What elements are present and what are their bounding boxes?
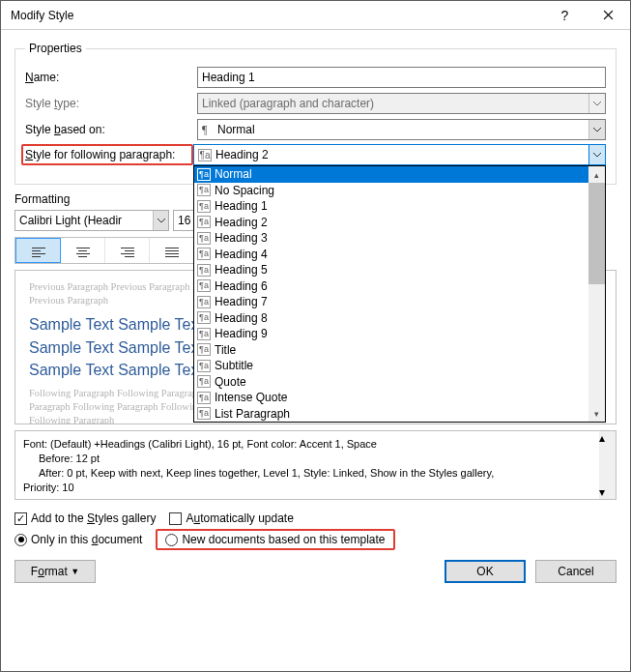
dropdown-item[interactable]: ¶aHeading 4 [194,247,588,263]
formatting-legend: Formatting [14,192,70,206]
para-style-icon: ¶a [197,375,211,388]
para-style-icon: ¶a [197,168,211,181]
dropdown-item[interactable]: ¶aHeading 3 [194,230,588,247]
desc-line: Font: (Default) +Headings (Calibri Light… [23,437,591,452]
para-style-icon: ¶a [197,343,211,356]
checkbox-icon [169,512,182,525]
titlebar: Modify Style ? [1,1,630,30]
properties-group: Properties Name: Heading 1 Style type: L… [14,42,617,185]
style-based-on-combo[interactable]: ¶ Normal [197,119,606,140]
para-style-icon: ¶a [198,149,212,161]
align-justify-button[interactable] [150,238,193,263]
auto-update-checkbox[interactable]: Automatically update [169,511,293,525]
format-button[interactable]: Format ▼ [14,560,96,583]
alignment-toolbar [14,237,194,264]
dropdown-item[interactable]: ¶aNormal [194,166,588,183]
style-description: Font: (Default) +Headings (Calibri Light… [14,430,617,500]
scrollbar[interactable]: ▴ ▾ [588,166,605,422]
align-justify-icon [165,246,179,255]
desc-line: Before: 12 pt [23,452,591,466]
checkbox-icon [14,512,27,525]
cancel-button[interactable]: Cancel [535,560,617,583]
para-style-icon: ¶a [197,407,211,420]
name-input[interactable]: Heading 1 [197,67,606,88]
para-style-icon: ¶a [197,279,211,292]
only-in-document-radio[interactable]: Only in this document [14,533,142,546]
dropdown-item[interactable]: ¶aHeading 8 [194,310,588,327]
new-documents-radio[interactable]: New documents based on this template [165,533,385,546]
scrollbar-thumb[interactable] [588,183,605,284]
add-to-gallery-checkbox[interactable]: Add to the Styles gallery [14,511,156,525]
dropdown-item[interactable]: ¶aHeading 5 [194,262,588,278]
align-left-icon [32,246,45,255]
style-type-combo: Linked (paragraph and character) [197,93,606,114]
dropdown-item[interactable]: ¶aHeading 6 [194,278,588,295]
style-based-on-label: Style based on: [25,123,197,136]
para-style-icon: ¶a [197,216,211,228]
help-button[interactable]: ? [543,1,587,30]
pilcrow-icon: ¶ [202,123,214,137]
radio-icon [165,534,178,546]
align-left-button[interactable] [15,238,61,263]
desc-line: After: 0 pt, Keep with next, Keep lines … [23,466,591,481]
para-style-icon: ¶a [197,200,211,213]
chevron-down-icon [588,94,605,113]
dropdown-item[interactable]: ¶aHeading 1 [194,198,588,215]
font-combo[interactable]: Calibri Light (Headir [14,210,169,231]
dropdown-item[interactable]: ¶aHeading 9 [194,326,588,342]
align-center-button[interactable] [61,238,105,263]
dropdown-item[interactable]: ¶aHeading 2 [194,215,588,231]
desc-line: Priority: 10 [23,481,591,495]
close-button[interactable] [587,1,630,30]
para-style-icon: ¶a [197,311,211,324]
dropdown-item[interactable]: ¶aIntense Quote [194,390,588,406]
close-icon [603,10,614,20]
dropdown-item[interactable]: ¶aNo Spacing [194,183,588,199]
para-style-icon: ¶a [197,248,211,260]
name-label: Name: [25,71,197,84]
scroll-down-icon[interactable]: ▾ [588,405,605,422]
dropdown-item[interactable]: ¶aHeading 7 [194,294,588,310]
chevron-down-icon[interactable] [588,145,605,164]
scroll-up-icon[interactable]: ▴ [599,431,616,445]
dropdown-item[interactable]: ¶aList Paragraph [194,406,588,423]
style-following-dropdown[interactable]: ¶aNormal¶aNo Spacing¶aHeading 1¶aHeading… [193,165,606,423]
style-following-label: Style for following paragraph: [21,144,193,165]
scroll-down-icon[interactable]: ▾ [599,485,616,499]
ok-button[interactable]: OK [445,560,526,583]
para-style-icon: ¶a [197,296,211,308]
dropdown-item[interactable]: ¶aSubtitle [194,358,588,374]
para-style-icon: ¶a [197,264,211,277]
scroll-up-icon[interactable]: ▴ [588,166,605,183]
para-style-icon: ¶a [197,360,211,372]
dropdown-item[interactable]: ¶aQuote [194,374,588,391]
style-type-label: Style type: [25,97,197,110]
align-center-icon [76,246,90,255]
properties-legend: Properties [25,42,86,55]
style-following-combo[interactable]: ¶a Heading 2 [193,144,606,165]
para-style-icon: ¶a [197,232,211,245]
radio-icon [14,534,27,546]
align-right-button[interactable] [105,238,150,263]
chevron-down-icon[interactable] [588,120,605,139]
chevron-down-icon[interactable] [153,211,168,230]
align-right-icon [121,246,134,255]
para-style-icon: ¶a [197,328,211,340]
para-style-icon: ¶a [197,392,211,404]
dropdown-item[interactable]: ¶aTitle [194,342,588,359]
chevron-down-icon: ▼ [71,567,79,576]
window-title: Modify Style [11,9,543,22]
para-style-icon: ¶a [197,184,211,196]
scrollbar[interactable]: ▴ ▾ [599,431,616,499]
